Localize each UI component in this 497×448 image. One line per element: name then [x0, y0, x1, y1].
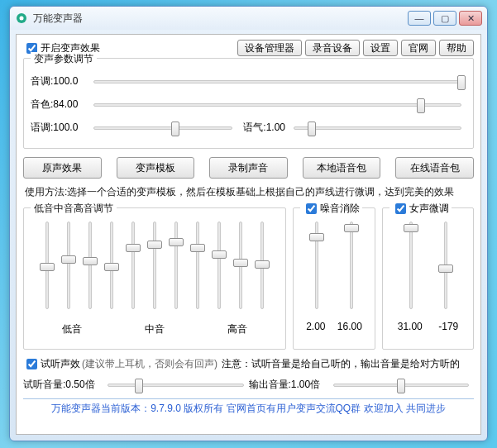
output-volume-label: 输出音量:1.00倍 [249, 378, 328, 392]
female-tune-label: 女声微调 [409, 202, 449, 216]
minimize-button[interactable]: — [408, 11, 431, 26]
online-voice-pack-button[interactable]: 在线语音包 [395, 157, 474, 179]
app-icon [15, 12, 28, 25]
window-title: 万能变声器 [33, 12, 408, 26]
device-manager-button[interactable]: 设备管理器 [237, 40, 302, 56]
eq-band-slider-1[interactable] [39, 222, 55, 309]
noise-reduction-checkbox[interactable] [306, 203, 317, 214]
svg-point-1 [20, 17, 24, 21]
original-effect-button[interactable]: 原声效果 [23, 157, 102, 179]
ft-slider-2[interactable] [437, 222, 454, 309]
eq-band-slider-8[interactable] [189, 222, 206, 309]
footer-text[interactable]: 万能变声器当前版本：9.7.9.0 版权所有 官网首页有用户变声交流QQ群 欢迎… [23, 398, 474, 416]
help-button[interactable]: 帮助 [439, 40, 474, 56]
eq-band-slider-9[interactable] [211, 222, 227, 309]
recording-device-button[interactable]: 录音设备 [305, 40, 360, 56]
female-tune-group: 女声微调 31.00 -179 [382, 207, 474, 350]
breath-label: 语气:1.00 [237, 121, 289, 135]
nr-value-2: 16.00 [337, 321, 362, 332]
eq-low-label: 低音 [62, 322, 82, 336]
eq-band-slider-4[interactable] [103, 222, 120, 309]
female-tune-checkbox[interactable] [395, 203, 406, 214]
eq-group: 低音中音高音调节 低音 中音 高音 [23, 207, 286, 350]
volume-note: 注意：试听音量是给自己听的，输出音量是给对方听的 [222, 357, 460, 371]
eq-band-slider-5[interactable] [125, 222, 141, 309]
eq-high-label: 高音 [227, 322, 247, 336]
client-area: 开启变声效果 设备管理器 录音设备 设置 官网 帮助 变声参数调节 音调:100… [16, 34, 481, 435]
ft-value-2: -179 [438, 321, 458, 332]
usage-instructions: 使用方法:选择一个合适的变声模板，然后在模板基础上根据自己的声线进行微调，达到完… [25, 185, 472, 199]
record-audio-button[interactable]: 录制声音 [209, 157, 288, 179]
eq-band-slider-3[interactable] [82, 222, 98, 309]
output-volume-slider[interactable] [333, 377, 470, 392]
app-window: 万能变声器 — ▢ ✕ 开启变声效果 设备管理器 录音设备 设置 官网 帮助 变… [9, 6, 488, 441]
local-voice-pack-button[interactable]: 本地语音包 [303, 157, 381, 179]
noise-reduction-label: 噪音消除 [320, 202, 360, 216]
eq-band-slider-2[interactable] [60, 222, 77, 309]
breath-slider[interactable] [294, 120, 461, 135]
close-button[interactable]: ✕ [459, 11, 482, 26]
eq-band-slider-10[interactable] [232, 222, 249, 309]
pitch-slider[interactable] [93, 74, 461, 88]
eq-band-slider-6[interactable] [146, 222, 163, 309]
voice-templates-button[interactable]: 变声模板 [117, 157, 195, 179]
nr-slider-1[interactable] [308, 222, 325, 309]
eq-band-slider-11[interactable] [254, 222, 270, 309]
settings-button[interactable]: 设置 [363, 40, 398, 56]
ft-slider-1[interactable] [403, 222, 419, 309]
maximize-button[interactable]: ▢ [433, 11, 456, 26]
pitch-label: 音调:100.0 [31, 74, 88, 88]
voice-params-group: 变声参数调节 音调:100.0 音色:84.00 语调:100.0 语气:1.0… [23, 58, 474, 149]
listen-volume-slider[interactable] [108, 377, 244, 392]
official-website-button[interactable]: 官网 [401, 40, 436, 56]
voice-params-legend: 变声参数调节 [31, 52, 97, 66]
preview-hint: (建议带上耳机，否则会有回声) [82, 357, 217, 371]
noise-reduction-group: 噪音消除 2.00 16.00 [293, 207, 375, 350]
preview-effect-label: 试听声效 [41, 357, 80, 371]
eq-mid-label: 中音 [145, 322, 165, 336]
titlebar[interactable]: 万能变声器 — ▢ ✕ [10, 7, 487, 30]
timbre-label: 音色:84.00 [31, 98, 88, 112]
formant-label: 语调:100.0 [31, 121, 88, 135]
ft-value-1: 31.00 [398, 321, 423, 332]
eq-legend: 低音中音高音调节 [31, 202, 117, 216]
preview-effect-checkbox[interactable] [26, 359, 37, 369]
nr-slider-2[interactable] [343, 222, 360, 309]
timbre-slider[interactable] [93, 97, 461, 112]
formant-slider[interactable] [93, 120, 232, 135]
eq-band-slider-7[interactable] [168, 222, 184, 309]
nr-value-1: 2.00 [306, 321, 325, 332]
listen-volume-label: 试听音量:0.50倍 [23, 378, 103, 392]
